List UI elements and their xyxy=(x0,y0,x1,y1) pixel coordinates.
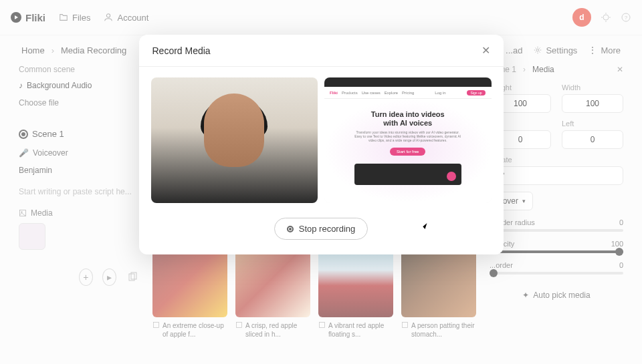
modal-title: Record Media xyxy=(152,45,211,56)
cursor-icon xyxy=(423,224,430,234)
close-icon[interactable]: ✕ xyxy=(481,44,490,57)
camera-preview xyxy=(151,77,318,203)
screen-preview: Fliki Products Use cases Explore Pricing… xyxy=(324,77,492,203)
modal-overlay: Record Media ✕ Fliki Products Use cases … xyxy=(0,0,642,364)
stop-recording-button[interactable]: Stop recording xyxy=(274,218,368,240)
record-icon xyxy=(287,226,294,232)
record-media-modal: Record Media ✕ Fliki Products Use cases … xyxy=(139,35,504,254)
